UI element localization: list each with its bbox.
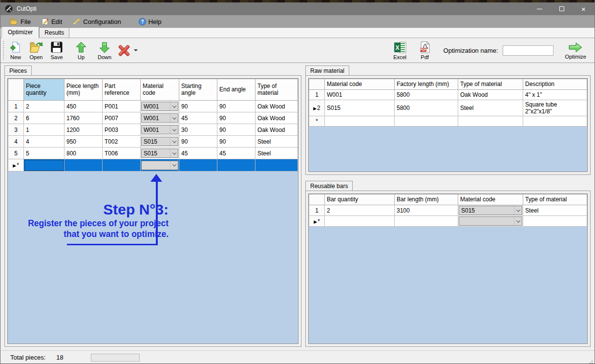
- pieces-col-type[interactable]: Type of material: [255, 79, 298, 101]
- cell-start[interactable]: 45: [179, 112, 217, 124]
- open-button[interactable]: Open: [26, 40, 46, 61]
- cell-ref[interactable]: P007: [103, 112, 141, 124]
- optimization-name-input[interactable]: [503, 45, 553, 56]
- new-row-header[interactable]: *: [309, 116, 325, 127]
- pieces-corner-header[interactable]: [8, 79, 24, 101]
- cell-quantity[interactable]: 6: [24, 112, 64, 124]
- cell-length[interactable]: 1760: [64, 112, 103, 124]
- raw-col-material[interactable]: Material code: [325, 79, 395, 90]
- reusable-col-quantity[interactable]: Bar quantity: [325, 194, 395, 205]
- cell-ref[interactable]: T002: [103, 136, 141, 148]
- down-button[interactable]: Down: [94, 40, 115, 61]
- cell-quantity[interactable]: 4: [24, 136, 64, 148]
- cell-type[interactable]: Steel: [458, 100, 523, 116]
- cell-ref[interactable]: P003: [103, 124, 141, 136]
- row-header[interactable]: 2: [8, 112, 24, 124]
- cell-type[interactable]: Oak Wood: [458, 90, 523, 100]
- cell-type[interactable]: Steel: [255, 148, 298, 159]
- cell-ref[interactable]: T006: [103, 148, 141, 159]
- tab-optimizer[interactable]: Optimizer: [1, 26, 39, 38]
- pieces-col-ref[interactable]: Part reference: [103, 79, 141, 101]
- resize-grip-icon[interactable]: [588, 361, 589, 362]
- cell-material[interactable]: S015: [325, 100, 395, 116]
- row-header[interactable]: 1: [309, 205, 325, 216]
- cell-start[interactable]: 45: [179, 148, 217, 159]
- cell-quantity-selected[interactable]: [24, 159, 64, 171]
- cell-ref-selected[interactable]: [103, 159, 141, 171]
- reusable-bars-panel-tab[interactable]: Reusable bars: [305, 181, 353, 191]
- cell-material-combo[interactable]: S015: [141, 136, 179, 148]
- cell-type[interactable]: Steel: [523, 205, 587, 216]
- cell-start[interactable]: 90: [179, 136, 217, 148]
- reusable-corner-header[interactable]: [309, 194, 325, 205]
- row-header[interactable]: 4: [8, 136, 24, 148]
- cell-type[interactable]: Oak Wood: [255, 124, 298, 136]
- chevron-down-icon[interactable]: [170, 102, 178, 110]
- delete-button[interactable]: [117, 43, 138, 58]
- minimize-button[interactable]: [529, 2, 551, 15]
- chevron-down-icon[interactable]: [170, 137, 178, 146]
- cell-end[interactable]: 90: [217, 136, 255, 148]
- new-row-header[interactable]: ▶*: [8, 159, 24, 171]
- pieces-col-material[interactable]: Material code: [141, 79, 179, 101]
- cell-type-empty[interactable]: [523, 216, 587, 227]
- menu-configuration[interactable]: Configuration: [67, 15, 126, 28]
- cell-quantity[interactable]: 2: [325, 205, 395, 216]
- cell-material-combo[interactable]: S015: [141, 148, 179, 159]
- cell-quantity[interactable]: 5: [24, 148, 64, 159]
- cell-end[interactable]: 45: [217, 148, 255, 159]
- cell-end[interactable]: 90: [217, 112, 255, 124]
- cell-quantity[interactable]: 1: [24, 124, 64, 136]
- cell-type[interactable]: Oak Wood: [255, 101, 298, 112]
- cell-type[interactable]: Oak Wood: [255, 112, 298, 124]
- up-button[interactable]: Up: [71, 40, 91, 61]
- row-header[interactable]: 3: [8, 124, 24, 136]
- menu-help[interactable]: ? Help: [133, 15, 167, 28]
- cell-length[interactable]: 3100: [395, 205, 458, 216]
- cell-material-combo[interactable]: W001: [141, 112, 179, 124]
- cell-length[interactable]: 800: [64, 148, 103, 159]
- new-row-header[interactable]: ▶*: [309, 216, 325, 227]
- pieces-col-end[interactable]: End angle: [217, 79, 255, 101]
- optimize-button[interactable]: Optimize: [564, 41, 588, 61]
- pieces-col-quantity[interactable]: Piece quantity: [24, 79, 64, 101]
- cell-description[interactable]: 4" x 1": [523, 90, 587, 100]
- menu-edit[interactable]: Edit: [36, 15, 67, 28]
- row-header[interactable]: 1: [8, 101, 24, 112]
- cell-type-empty[interactable]: [458, 116, 523, 127]
- delete-dropdown-caret-icon[interactable]: [134, 49, 138, 51]
- raw-material-panel-tab[interactable]: Raw material: [305, 65, 349, 75]
- chevron-down-icon[interactable]: [170, 126, 178, 134]
- cell-length-empty[interactable]: [395, 116, 458, 127]
- cell-length[interactable]: 950: [64, 136, 103, 148]
- cell-material-combo[interactable]: [141, 159, 179, 171]
- cell-start-selected[interactable]: [179, 159, 217, 171]
- close-button[interactable]: ×: [573, 2, 595, 15]
- raw-corner-header[interactable]: [309, 79, 325, 90]
- row-header[interactable]: 1: [309, 90, 325, 100]
- pieces-col-length[interactable]: Piece length (mm): [64, 79, 103, 101]
- cell-type[interactable]: Steel: [255, 136, 298, 148]
- cell-length-empty[interactable]: [395, 216, 458, 227]
- cell-quantity[interactable]: 2: [24, 101, 64, 112]
- save-button[interactable]: Save: [46, 40, 67, 61]
- cell-length-selected[interactable]: [64, 159, 103, 171]
- chevron-down-icon[interactable]: [170, 114, 178, 122]
- cell-material-combo[interactable]: W001: [141, 124, 179, 136]
- excel-button[interactable]: X Excel: [390, 40, 410, 61]
- raw-col-length[interactable]: Factory length (mm): [395, 79, 458, 90]
- new-button[interactable]: New: [5, 40, 26, 61]
- cell-start[interactable]: 90: [179, 101, 217, 112]
- cell-end-selected[interactable]: [217, 159, 255, 171]
- reusable-col-type[interactable]: Type of material: [523, 194, 587, 205]
- pieces-col-start[interactable]: Starting angle: [179, 79, 217, 101]
- reusable-col-length[interactable]: Bar length (mm): [395, 194, 458, 205]
- reusable-col-material[interactable]: Material code: [458, 194, 523, 205]
- cell-material[interactable]: W001: [325, 90, 395, 100]
- raw-col-description[interactable]: Description: [523, 79, 587, 90]
- cell-material-empty[interactable]: [325, 116, 395, 127]
- cell-material-combo[interactable]: W001: [141, 101, 179, 112]
- cell-length[interactable]: 5800: [395, 100, 458, 116]
- cell-end[interactable]: 90: [217, 101, 255, 112]
- cell-type-selected[interactable]: [255, 159, 298, 171]
